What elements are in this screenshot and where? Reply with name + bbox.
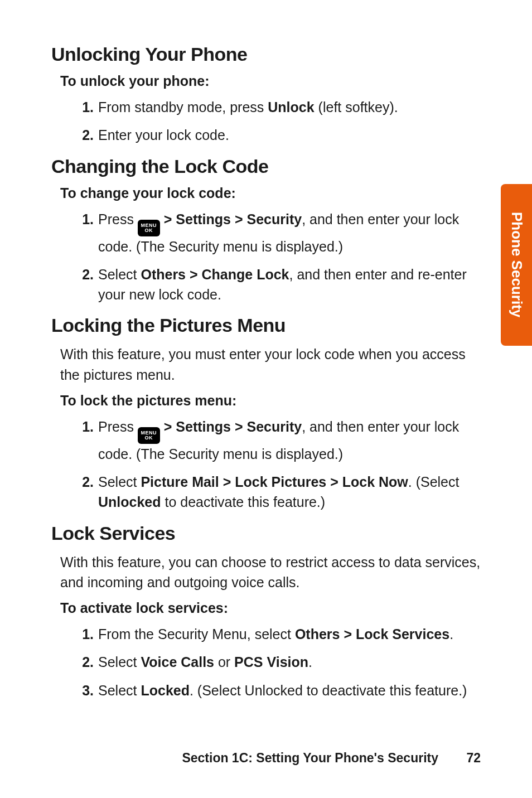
step-text: Select <box>98 654 141 670</box>
page-number: 72 <box>466 751 481 765</box>
list-item: 1. Press MENUOK > Settings > Security, a… <box>74 417 481 464</box>
bold-text: PCS Vision <box>234 654 308 670</box>
lead-unlock: To unlock your phone: <box>60 73 481 89</box>
lead-lock-services: To activate lock services: <box>60 600 481 616</box>
bold-text: Others > Change Lock <box>141 267 289 282</box>
step-number: 1. <box>74 97 94 117</box>
bold-text: Picture Mail > Lock Pictures > Lock Now <box>141 474 408 490</box>
step-number: 2. <box>74 472 94 492</box>
footer: Section 1C: Setting Your Phone's Securit… <box>0 751 532 766</box>
step-text: Select <box>98 267 141 282</box>
steps-change-lock: 1. Press MENUOK > Settings > Security, a… <box>51 209 481 305</box>
list-item: 1. Press MENUOK > Settings > Security, a… <box>74 209 481 257</box>
section-tab: Phone Security <box>501 184 532 346</box>
step-text: From standby mode, press <box>98 99 268 115</box>
step-text: . (Select Unlocked to deactivate this fe… <box>190 683 467 698</box>
list-item: 3. Select Locked. (Select Unlocked to de… <box>74 680 481 700</box>
heading-changing-lock: Changing the Lock Code <box>51 156 481 177</box>
bold-text: > Settings > Security <box>160 419 302 434</box>
step-text: From the Security Menu, select <box>98 626 295 642</box>
step-number: 2. <box>74 652 94 672</box>
step-text: Select <box>98 683 141 698</box>
step-text: . (Select <box>408 474 460 490</box>
bold-text: Voice Calls <box>141 654 214 670</box>
heading-locking-pictures: Locking the Pictures Menu <box>51 315 481 336</box>
list-item: 2. Enter your lock code. <box>74 125 481 145</box>
step-text: to deactivate this feature.) <box>161 494 326 510</box>
step-number: 1. <box>74 417 94 437</box>
step-text: . <box>449 626 453 642</box>
step-text: Press <box>98 419 138 434</box>
step-text: or <box>214 654 234 670</box>
heading-lock-services: Lock Services <box>51 523 481 544</box>
step-number: 3. <box>74 680 94 700</box>
list-item: 1. From standby mode, press Unlock (left… <box>74 97 481 117</box>
step-text: (left softkey). <box>315 99 398 115</box>
step-number: 1. <box>74 624 94 644</box>
step-number: 2. <box>74 264 94 284</box>
step-text: Select <box>98 474 141 490</box>
icon-line2: OK <box>145 436 153 441</box>
menu-ok-icon: MENUOK <box>138 220 160 236</box>
bold-text: Unlock <box>268 99 314 115</box>
steps-lock-services: 1. From the Security Menu, select Others… <box>51 624 481 700</box>
intro-pictures: With this feature, you must enter your l… <box>60 344 481 385</box>
list-item: 2. Select Voice Calls or PCS Vision. <box>74 652 481 672</box>
heading-unlocking: Unlocking Your Phone <box>51 43 481 65</box>
step-number: 2. <box>74 125 94 145</box>
bold-text: Unlocked <box>98 494 161 510</box>
steps-unlock: 1. From standby mode, press Unlock (left… <box>51 97 481 146</box>
step-text: Press <box>98 211 138 227</box>
footer-text: Section 1C: Setting Your Phone's Securit… <box>182 751 438 765</box>
page: Phone Security Unlocking Your Phone To u… <box>0 0 532 798</box>
lead-lock-pictures: To lock the pictures menu: <box>60 393 481 409</box>
bold-text: > Settings > Security <box>160 211 302 227</box>
lead-change-lock: To change your lock code: <box>60 185 481 201</box>
step-number: 1. <box>74 209 94 229</box>
list-item: 1. From the Security Menu, select Others… <box>74 624 481 644</box>
section-tab-label: Phone Security <box>508 212 525 317</box>
step-text: Enter your lock code. <box>98 127 229 143</box>
list-item: 2. Select Others > Change Lock, and then… <box>74 264 481 305</box>
bold-text: Others > Lock Services <box>295 626 449 642</box>
steps-lock-pictures: 1. Press MENUOK > Settings > Security, a… <box>51 417 481 512</box>
step-text: . <box>308 654 312 670</box>
intro-lock-services: With this feature, you can choose to res… <box>60 552 481 593</box>
icon-line2: OK <box>145 228 153 233</box>
bold-text: Locked <box>141 683 190 698</box>
list-item: 2. Select Picture Mail > Lock Pictures >… <box>74 472 481 512</box>
menu-ok-icon: MENUOK <box>138 427 160 444</box>
